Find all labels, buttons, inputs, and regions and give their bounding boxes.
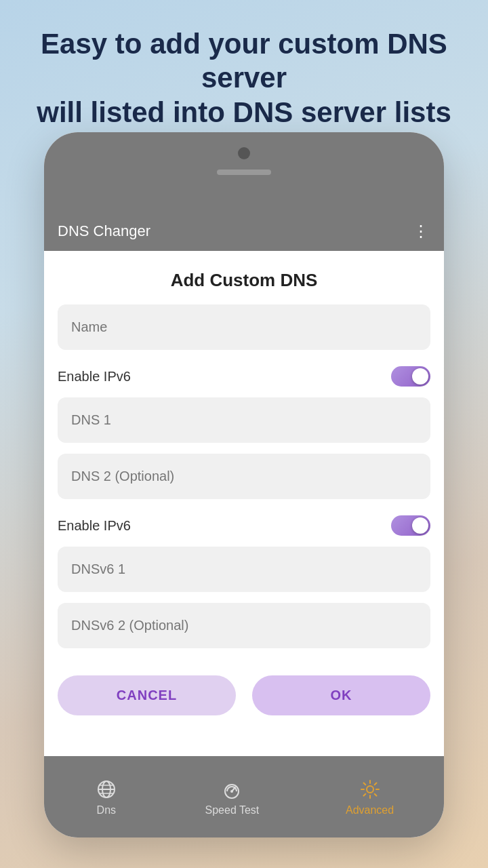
- enable-ipv6-toggle-row-2: Enable IPv6: [58, 510, 430, 547]
- phone-frame: DNS Changer ⋮ Add Custom DNS Enable IPv6: [44, 132, 444, 837]
- dns2-input[interactable]: [58, 454, 430, 499]
- app-top-bar: DNS Changer ⋮: [44, 132, 444, 251]
- nav-item-advanced[interactable]: Advanced: [346, 777, 394, 816]
- dnsv6-1-input[interactable]: [58, 547, 430, 592]
- cancel-button[interactable]: CANCEL: [58, 675, 236, 715]
- app-title: DNS Changer: [58, 222, 150, 240]
- name-input[interactable]: [58, 304, 430, 350]
- headline-text: Easy to add your custom DNS server will …: [20, 27, 468, 130]
- dialog-content: Enable IPv6 Enable IPv6: [44, 304, 444, 659]
- nav-item-dns[interactable]: Dns: [94, 777, 119, 816]
- nav-item-speedtest[interactable]: Speed Test: [205, 777, 260, 816]
- advanced-icon: [358, 777, 382, 802]
- dns1-input[interactable]: [58, 397, 430, 443]
- app-bar: DNS Changer ⋮: [58, 222, 430, 241]
- nav-label-speedtest: Speed Test: [205, 804, 260, 816]
- enable-ipv6-toggle-1[interactable]: [391, 366, 430, 387]
- svg-point-7: [230, 790, 233, 793]
- enable-ipv6-label-2: Enable IPv6: [58, 518, 131, 534]
- dialog-scroll-area: Enable IPv6 Enable IPv6: [44, 304, 444, 786]
- enable-ipv6-toggle-2[interactable]: [391, 515, 430, 536]
- menu-dots-icon[interactable]: ⋮: [413, 222, 430, 241]
- dialog-title: Add Custom DNS: [44, 251, 444, 304]
- ok-button[interactable]: OK: [252, 675, 430, 715]
- enable-ipv6-toggle-row-1: Enable IPv6: [58, 361, 430, 397]
- add-custom-dns-dialog: Add Custom DNS Enable IPv6 E: [44, 251, 444, 786]
- background-headline: Easy to add your custom DNS server will …: [0, 27, 488, 130]
- bottom-nav: Dns Speed Test Advanced: [44, 756, 444, 837]
- svg-point-8: [367, 786, 373, 793]
- dialog-buttons: CANCEL OK: [44, 659, 444, 729]
- dnsv6-2-input[interactable]: [58, 603, 430, 648]
- phone-camera: [238, 147, 250, 159]
- enable-ipv6-label-1: Enable IPv6: [58, 369, 131, 384]
- nav-label-dns: Dns: [97, 804, 116, 816]
- toggle-knob-2: [412, 517, 428, 534]
- phone-status-bar: [217, 170, 271, 175]
- toggle-knob-1: [412, 368, 428, 384]
- dns-icon: [94, 777, 119, 802]
- nav-label-advanced: Advanced: [346, 804, 394, 816]
- speedtest-icon: [220, 777, 244, 802]
